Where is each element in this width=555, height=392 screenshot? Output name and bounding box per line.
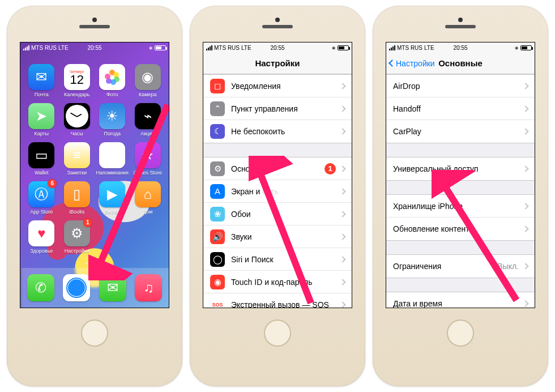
ibooks-icon: ▯	[64, 181, 90, 207]
clock-label: 20:55	[87, 45, 101, 51]
app-appstore[interactable]: Ⓐ6App Store	[24, 181, 58, 215]
network-label: LTE	[58, 45, 69, 51]
phone-home: MTS RUS LTE 20:55 ∗ ✉Почта Четверг 12Кал…	[7, 6, 182, 386]
back-label: Настройки	[396, 59, 435, 68]
app-stocks[interactable]: ⌁Акции	[131, 103, 165, 137]
app-home-app[interactable]: ⌂Дом	[131, 181, 165, 215]
sounds-icon: 🔊	[210, 229, 225, 244]
status-bar: MTS RUS LTE 20:55 ∗	[386, 42, 535, 53]
home-grid: ✉Почта Четверг 12Календарь Фото◉Камера➤К…	[20, 53, 169, 254]
status-bar: MTS RUS LTE 20:55 ∗	[203, 42, 352, 53]
signal-icon	[389, 45, 395, 50]
reminders-icon: ≣	[99, 142, 125, 168]
row-sounds[interactable]: 🔊Звуки	[203, 225, 352, 248]
home-button[interactable]	[264, 319, 291, 347]
row-background-refresh[interactable]: Обновление контента	[386, 218, 535, 240]
row-storage[interactable]: Хранилище iPhone	[386, 195, 535, 218]
row-restrictions[interactable]: ОграниченияВыкл.	[386, 255, 535, 278]
row-general[interactable]: ⚙Основные1	[203, 157, 352, 180]
general-list[interactable]: AirDropHandoffCarPlay Универсальный дост…	[386, 74, 535, 308]
app-label: Карты	[24, 131, 58, 137]
calendar-icon: Четверг 12	[64, 64, 90, 90]
home-button[interactable]	[447, 319, 474, 347]
messages-icon: ✉	[99, 274, 126, 301]
chevron-right-icon	[522, 165, 528, 172]
row-accessibility[interactable]: Универсальный доступ	[386, 157, 535, 180]
wallpaper-icon: ❀	[210, 207, 225, 221]
phone-settings: MTS RUS LTE 20:55 ∗ Настройки ◻Уведомлен…	[190, 6, 365, 386]
itunes-icon: ★	[135, 142, 161, 168]
dock-music[interactable]: ♫	[135, 274, 162, 301]
safari-icon	[63, 274, 90, 301]
app-photos[interactable]: Фото	[95, 64, 129, 97]
nav-bar: Настройки	[203, 53, 352, 74]
badge: 6	[48, 179, 57, 188]
app-clock[interactable]: Часы	[60, 103, 94, 137]
app-itunes[interactable]: ★iTunes Store	[131, 142, 165, 176]
row-label: Touch ID и код-пароль	[231, 278, 340, 287]
chevron-right-icon	[522, 300, 528, 306]
chevron-right-icon	[339, 165, 345, 172]
app-notes[interactable]: ≡Заметки	[60, 142, 94, 176]
dock-safari[interactable]	[63, 274, 90, 301]
row-date-time[interactable]: Дата и время	[386, 292, 535, 308]
row-carplay[interactable]: CarPlay	[386, 120, 535, 143]
chevron-right-icon	[339, 233, 345, 240]
earpiece	[79, 25, 110, 28]
app-mail[interactable]: ✉Почта	[24, 64, 58, 97]
signal-icon	[23, 45, 29, 50]
row-siri[interactable]: ◯Siri и Поиск	[203, 248, 352, 271]
app-settings[interactable]: ⚙1Настройки	[60, 220, 94, 254]
back-button[interactable]: Настройки	[390, 53, 435, 74]
dock-messages[interactable]: ✉	[99, 274, 126, 301]
row-display[interactable]: AЭкран и ость	[203, 180, 352, 203]
home-button[interactable]	[81, 319, 108, 347]
maps-icon: ➤	[28, 103, 54, 129]
row-control-center[interactable]: ⌃Пункт управления	[203, 97, 352, 120]
control-center-icon: ⌃	[210, 101, 225, 116]
signal-icon	[206, 45, 212, 50]
app-health[interactable]: ♥Здоровье	[24, 220, 58, 254]
row-dnd[interactable]: ☾Не беспокоить	[203, 120, 352, 143]
row-airdrop[interactable]: AirDrop	[386, 75, 535, 97]
app-video[interactable]: ▶Видео	[95, 181, 129, 215]
app-ibooks[interactable]: ▯iBooks	[60, 181, 94, 215]
carrier-label: MTS RUS	[397, 45, 422, 51]
row-label: Экстренный вызов — SOS	[231, 300, 340, 308]
dock-phone[interactable]: ✆	[27, 274, 54, 301]
row-label: Экран и ость	[231, 187, 340, 196]
network-label: LTE	[241, 45, 251, 51]
photos-icon	[99, 64, 125, 90]
row-sos[interactable]: SOSЭкстренный вызов — SOS	[203, 293, 352, 308]
app-label: Камера	[131, 92, 165, 97]
touchid-icon: ◉	[210, 275, 225, 289]
app-camera[interactable]: ◉Камера	[131, 64, 165, 97]
chevron-right-icon	[339, 279, 345, 285]
app-label: Фото	[95, 92, 129, 97]
chevron-right-icon	[339, 211, 345, 217]
home-app-icon: ⌂	[135, 181, 161, 207]
app-wallet[interactable]: ▭Wallet	[24, 142, 58, 176]
dock: ✆ ✉♫	[20, 268, 169, 308]
row-detail: Выкл.	[497, 262, 519, 271]
app-calendar[interactable]: Четверг 12Календарь	[60, 64, 94, 97]
chevron-right-icon	[339, 188, 345, 194]
row-handoff[interactable]: Handoff	[386, 97, 535, 120]
app-label: Здоровье	[24, 248, 58, 254]
settings-list[interactable]: ◻Уведомления⌃Пункт управления☾Не беспоко…	[203, 74, 352, 308]
app-label: Дом	[131, 209, 165, 215]
video-icon: ▶	[99, 181, 125, 207]
app-reminders[interactable]: ≣Напоминания	[95, 142, 129, 176]
row-notifications[interactable]: ◻Уведомления	[203, 75, 352, 97]
chevron-right-icon	[339, 128, 345, 134]
screen-settings: MTS RUS LTE 20:55 ∗ Настройки ◻Уведомлен…	[203, 42, 352, 308]
carrier-label: MTS RUS	[214, 45, 240, 51]
app-label: Почта	[24, 92, 58, 97]
app-weather[interactable]: ☀Погода	[95, 103, 129, 137]
row-label: CarPlay	[393, 127, 523, 136]
notifications-icon: ◻	[210, 79, 225, 93]
row-touchid[interactable]: ◉Touch ID и код-пароль	[203, 271, 352, 293]
general-icon: ⚙	[210, 161, 225, 176]
app-maps[interactable]: ➤Карты	[24, 103, 58, 137]
row-wallpaper[interactable]: ❀Обои	[203, 203, 352, 225]
